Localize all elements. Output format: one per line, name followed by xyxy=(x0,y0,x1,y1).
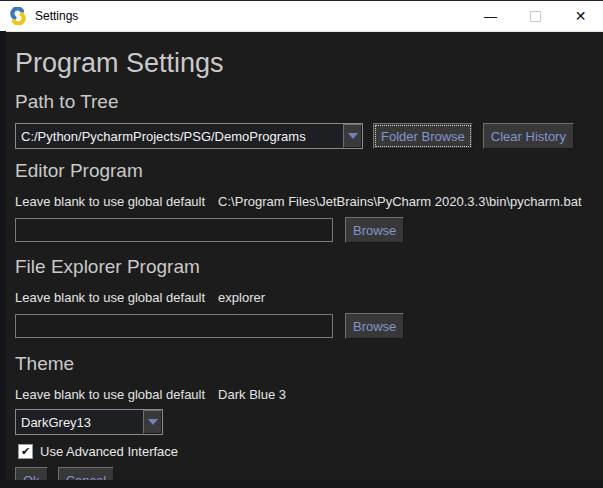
window-title: Settings xyxy=(35,9,78,23)
editor-default-row: Leave blank to use global default C:\Pro… xyxy=(15,194,593,209)
explorer-default-value: explorer xyxy=(218,290,265,305)
editor-input-row: Browse xyxy=(15,217,593,243)
path-combo-dropdown-button[interactable] xyxy=(343,124,362,148)
page-title: Program Settings xyxy=(15,46,593,80)
advanced-interface-label: Use Advanced Interface xyxy=(40,444,178,459)
window-left-edge xyxy=(0,31,6,488)
path-combo-value: C:/Python/PycharmProjects/PSG/DemoProgra… xyxy=(16,124,343,148)
chevron-down-icon xyxy=(348,133,358,139)
maximize-button[interactable] xyxy=(513,1,558,31)
advanced-interface-checkbox[interactable]: ✔ xyxy=(18,444,33,459)
section-heading-path-to-tree: Path to Tree xyxy=(15,89,593,115)
theme-combo-value: DarkGrey13 xyxy=(16,410,143,434)
explorer-default-hint: Leave blank to use global default xyxy=(15,290,205,305)
window-controls: — ✕ xyxy=(468,1,603,31)
clear-history-button[interactable]: Clear History xyxy=(483,123,574,149)
editor-default-hint: Leave blank to use global default xyxy=(15,194,205,209)
section-heading-editor-program: Editor Program xyxy=(15,158,593,184)
path-combo[interactable]: C:/Python/PycharmProjects/PSG/DemoProgra… xyxy=(15,123,363,149)
explorer-default-row: Leave blank to use global default explor… xyxy=(15,290,593,305)
editor-browse-button[interactable]: Browse xyxy=(345,217,404,243)
theme-default-hint: Leave blank to use global default xyxy=(15,387,205,402)
close-button[interactable]: ✕ xyxy=(558,1,603,31)
path-to-tree-row: C:/Python/PycharmProjects/PSG/DemoProgra… xyxy=(15,123,593,149)
close-icon: ✕ xyxy=(575,8,587,24)
section-heading-file-explorer: File Explorer Program xyxy=(15,254,593,280)
titlebar: Settings — ✕ xyxy=(0,1,603,32)
explorer-browse-button[interactable]: Browse xyxy=(345,313,404,339)
settings-window: Settings — ✕ Program Settings Path to Tr… xyxy=(0,0,603,488)
checkmark-icon: ✔ xyxy=(21,446,30,457)
window-bottom-edge xyxy=(0,480,603,488)
theme-default-row: Leave blank to use global default Dark B… xyxy=(15,387,593,402)
maximize-icon xyxy=(530,11,541,22)
file-explorer-input[interactable] xyxy=(15,314,333,338)
theme-combo-dropdown-button[interactable] xyxy=(143,410,162,434)
minimize-button[interactable]: — xyxy=(468,1,513,31)
explorer-input-row: Browse xyxy=(15,313,593,339)
editor-default-value: C:\Program Files\JetBrains\PyCharm 2020.… xyxy=(218,194,581,209)
theme-default-value: Dark Blue 3 xyxy=(218,387,286,402)
folder-browse-button[interactable]: Folder Browse xyxy=(373,123,473,149)
editor-program-input[interactable] xyxy=(15,218,333,242)
minimize-icon: — xyxy=(484,9,497,24)
settings-content: Program Settings Path to Tree C:/Python/… xyxy=(0,32,603,488)
theme-combo[interactable]: DarkGrey13 xyxy=(15,409,163,435)
chevron-down-icon xyxy=(148,419,158,425)
section-heading-theme: Theme xyxy=(15,351,593,377)
pysimplegui-logo-icon xyxy=(9,7,27,25)
advanced-interface-row: ✔ Use Advanced Interface xyxy=(15,444,593,459)
